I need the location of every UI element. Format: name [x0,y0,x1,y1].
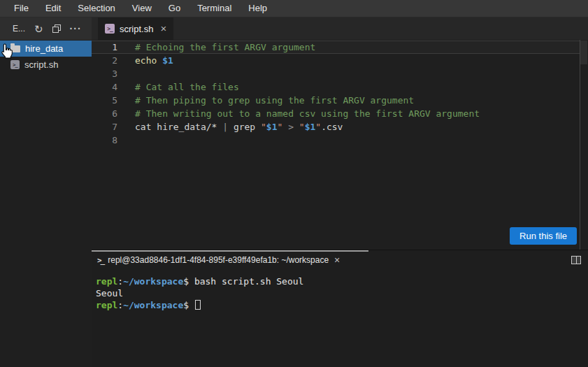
shell-script-icon: >_ [10,60,20,69]
menu-item-edit[interactable]: Edit [37,0,69,17]
menu-item-view[interactable]: View [124,0,160,17]
code-text: echo $1 [135,54,173,67]
terminal-active-tab-indicator [92,250,368,252]
tab-script-sh[interactable]: >_ script.sh × [98,17,173,40]
code-token: " [261,122,266,132]
menu-item-go[interactable]: Go [160,0,189,17]
code-token: # Cat all the files [135,82,239,92]
editor-tab-strip: >_ script.sh × [92,17,588,40]
file-row-script-sh[interactable]: >_script.sh [0,57,92,73]
code-line[interactable]: 8 [92,134,580,147]
code-line[interactable]: 3 [92,67,580,80]
code-line[interactable]: 2echo $1 [92,54,580,67]
code-line[interactable]: 6# Then writing out to a named csv using… [92,107,580,120]
run-file-button[interactable]: Run this file [510,227,577,245]
terminal-token: ~/workspace [123,300,183,310]
terminal-tab-row: >_ repl@33ad8846-1df1-4f84-895f-e39ff49e… [92,250,588,270]
code-token: " [299,122,305,132]
scrollbar-thumb[interactable] [580,41,587,64]
terminal-token: : [117,276,123,287]
code-line[interactable]: 1# Echoing the first ARGV argument [92,41,580,54]
terminal-token: Seoul [96,288,123,298]
code-token: # Then piping to grep using the first AR… [135,95,414,106]
menu-item-help[interactable]: Help [240,0,275,17]
line-number: 8 [92,134,117,147]
terminal-token: $ [183,300,194,310]
code-token: > [288,122,299,132]
terminal-icon: >_ [97,256,103,265]
line-number: 5 [92,94,117,107]
file-name: script.sh [24,59,58,70]
line-number: 3 [92,67,117,80]
line-number: 6 [92,107,117,120]
editor-code: 1# Echoing the first ARGV argument2echo … [92,41,588,147]
code-token: # Then writing out to a named csv using … [135,108,480,119]
code-token: " [315,122,321,132]
code-token [282,122,288,132]
file-explorer: hire_data>_script.sh [0,40,92,367]
code-text: # Then piping to grep using the first AR… [135,94,414,107]
code-token: $1 [162,55,173,66]
terminal-token: repl [96,276,117,287]
more-actions-icon[interactable]: ··· [70,23,82,34]
terminal-output[interactable]: repl:~/workspace$ bash script.sh SeoulSe… [92,270,588,311]
terminal-line: Seoul [96,287,588,299]
code-token: echo [135,55,162,66]
menu-item-selection[interactable]: Selection [69,0,123,17]
code-text: # Then writing out to a named csv using … [135,107,480,120]
mouse-pointer-cursor [1,43,13,59]
file-name: hire_data [25,43,63,54]
code-line[interactable]: 7cat hire_data/* | grep "$1" > "$1".csv [92,120,580,134]
code-token: grep [234,122,261,132]
line-number: 4 [92,80,117,94]
code-token: | [222,122,234,132]
line-number: 7 [92,120,117,134]
terminal-panel[interactable]: >_ repl@33ad8846-1df1-4f84-895f-e39ff49e… [92,250,588,367]
terminal-cursor [195,300,201,310]
code-token: # Echoing the first ARGV argument [135,42,315,52]
terminal-tab-title[interactable]: repl@33ad8846-1df1-4f84-895f-e39ff49efa1… [108,255,329,265]
code-token: cat hire_data/* [135,122,222,132]
line-number: 2 [92,54,117,67]
terminal-line: repl:~/workspace$ [96,299,588,311]
code-token: $1 [305,122,316,132]
code-token: $1 [266,122,278,132]
shell-script-icon: >_ [105,24,115,34]
terminal-token: : [117,300,123,310]
code-editor[interactable]: 1# Echoing the first ARGV argument2echo … [92,40,588,250]
terminal-token: repl [96,300,117,310]
tab-label: script.sh [120,24,153,34]
code-line[interactable]: 5# Then piping to grep using the first A… [92,94,580,107]
editor-and-terminal: 1# Echoing the first ARGV argument2echo … [92,40,588,367]
menu-item-terminal[interactable]: Terminal [189,0,240,17]
collapse-folders-icon[interactable] [52,24,61,33]
explorer-title[interactable]: E... [13,24,25,34]
menu-bar: FileEditSelectionViewGoTerminalHelp [0,0,588,17]
header-row: E... ↻ ··· >_ script.sh × [0,17,588,40]
tab-close-icon[interactable]: × [160,24,166,34]
scrollbar-track [580,40,580,250]
code-token: .csv [321,122,343,132]
line-number: 1 [92,41,117,54]
file-row-hire_data[interactable]: hire_data [0,41,92,57]
terminal-token: $ [183,276,194,287]
split-terminal-icon[interactable] [571,256,581,264]
terminal-line: repl:~/workspace$ bash script.sh Seoul [96,275,588,287]
terminal-token: ~/workspace [123,276,183,287]
refresh-icon[interactable]: ↻ [34,24,43,34]
code-text: # Echoing the first ARGV argument [135,41,315,54]
terminal-token: bash script.sh Seoul [194,276,304,287]
content-area: hire_data>_script.sh 1# Echoing the firs… [0,40,588,367]
menu-item-file[interactable]: File [6,0,37,17]
code-line[interactable]: 4# Cat all the files [92,80,580,94]
explorer-header: E... ↻ ··· [0,17,92,40]
code-text: cat hire_data/* | grep "$1" > "$1".csv [135,120,343,134]
terminal-close-icon[interactable]: × [334,254,340,266]
code-text: # Cat all the files [135,80,239,94]
